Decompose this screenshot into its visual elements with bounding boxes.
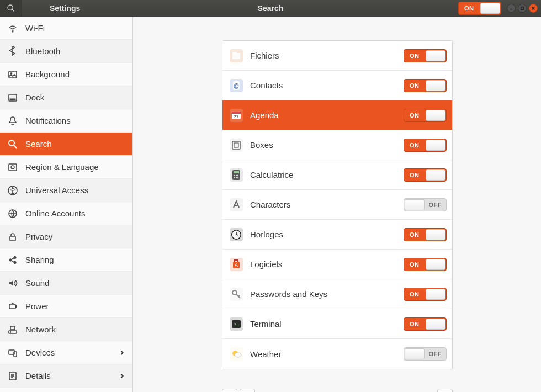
minimize-button[interactable] <box>507 4 516 13</box>
close-button[interactable] <box>529 4 538 13</box>
app-toggle[interactable]: ONOFF <box>404 228 447 241</box>
master-search-toggle[interactable]: ON OFF <box>458 2 501 15</box>
privacy-icon <box>8 232 18 242</box>
software-icon: A <box>229 257 243 272</box>
sidebar-item-online-accounts[interactable]: Online Accounts <box>0 202 132 225</box>
sidebar-item-devices[interactable]: Devices <box>0 341 132 364</box>
app-label: Logiciels <box>250 259 397 269</box>
move-down-button[interactable] <box>240 389 255 392</box>
search-source-row[interactable]: 27AgendaONOFF <box>222 100 452 130</box>
switch-knob <box>426 319 445 330</box>
titlebar: Settings Search ON OFF <box>0 0 541 17</box>
sidebar-item-label: Notifications <box>25 116 71 125</box>
switch-knob <box>480 3 500 14</box>
app-toggle[interactable]: ONOFF <box>404 288 447 301</box>
power-icon <box>8 301 18 311</box>
sidebar-item-bluetooth[interactable]: Bluetooth <box>0 40 132 63</box>
search-source-row[interactable]: ALogicielsONOFF <box>222 250 452 279</box>
svg-rect-21 <box>234 171 239 173</box>
sidebar-item-network[interactable]: Network <box>0 318 132 341</box>
sidebar-item-universal-access[interactable]: Universal Access <box>0 179 132 202</box>
sidebar-item-background[interactable]: Background <box>0 63 132 86</box>
app-label: Calculatrice <box>250 170 397 179</box>
search-source-row[interactable]: >_TerminalONOFF <box>222 309 452 339</box>
sidebar-item-power[interactable]: Power <box>0 295 132 318</box>
calendar-icon: 27 <box>229 108 243 123</box>
svg-point-44 <box>235 353 241 357</box>
sidebar-item-label: Universal Access <box>25 186 88 195</box>
app-toggle[interactable]: ONOFF <box>404 347 447 361</box>
svg-text:>_: >_ <box>234 321 240 326</box>
sidebar-item-label: Privacy <box>25 232 52 241</box>
sidebar-item-details[interactable]: Details <box>0 364 132 388</box>
sidebar-item-privacy[interactable]: Privacy <box>0 225 132 248</box>
list-order-controls <box>222 388 453 392</box>
search-sources-list: FichiersONOFF@ContactsONOFF27AgendaONOFF… <box>222 40 453 369</box>
universal-access-icon <box>8 186 18 195</box>
switch-knob <box>426 259 445 270</box>
search-source-row[interactable]: HorlogesONOFF <box>222 220 452 250</box>
sidebar-item-wi-fi[interactable]: Wi-Fi <box>0 17 132 40</box>
search-settings-main: FichiersONOFF@ContactsONOFF27AgendaONOFF… <box>133 17 541 392</box>
page-title: Search <box>258 4 284 13</box>
search-source-row[interactable]: CharactersONOFF <box>222 190 452 220</box>
settings-sidebar[interactable]: Wi-FiBluetoothBackgroundDockNotification… <box>0 17 133 392</box>
weather-icon <box>229 347 243 361</box>
svg-rect-16 <box>230 139 243 152</box>
svg-text:@: @ <box>234 83 239 89</box>
sidebar-item-label: Details <box>25 371 51 380</box>
search-source-row[interactable]: @ContactsONOFF <box>222 71 452 100</box>
region-language-icon <box>8 162 18 172</box>
app-toggle[interactable]: ONOFF <box>404 109 447 122</box>
online-accounts-icon <box>8 209 18 219</box>
sidebar-item-label: Wi-Fi <box>25 23 45 33</box>
search-source-row[interactable]: FichiersONOFF <box>222 41 452 71</box>
app-toggle[interactable]: ONOFF <box>404 258 447 271</box>
search-source-row[interactable]: BoxesONOFF <box>222 130 452 160</box>
app-toggle[interactable]: ONOFF <box>404 168 447 182</box>
sidebar-item-region-language[interactable]: Region & Language <box>0 156 132 179</box>
search-source-row[interactable]: WeatherONOFF <box>222 339 452 369</box>
app-toggle[interactable]: ONOFF <box>404 49 447 62</box>
boxes-icon <box>229 138 243 152</box>
sidebar-item-dock[interactable]: Dock <box>0 86 132 109</box>
passwords-keys-icon <box>229 287 243 301</box>
search-icon <box>7 4 15 13</box>
svg-text:A: A <box>235 262 238 268</box>
svg-point-22 <box>234 174 235 176</box>
svg-line-1 <box>12 9 14 11</box>
app-toggle[interactable]: ONOFF <box>404 139 447 152</box>
app-toggle[interactable]: ONOFF <box>404 317 447 331</box>
switch-knob <box>426 50 445 61</box>
maximize-button[interactable] <box>518 4 527 13</box>
move-up-button[interactable] <box>222 389 237 392</box>
search-icon <box>8 139 18 149</box>
search-source-row[interactable]: CalculatriceONOFF <box>222 160 452 190</box>
titlebar-search-button[interactable] <box>0 0 22 17</box>
app-toggle[interactable]: ONOFF <box>404 198 447 211</box>
window-controls <box>507 4 538 13</box>
app-label: Horloges <box>250 230 397 239</box>
calculator-icon <box>229 168 243 182</box>
svg-rect-14 <box>232 112 241 114</box>
sidebar-item-label: Devices <box>25 348 55 357</box>
app-label: Boxes <box>250 140 397 150</box>
app-toggle[interactable]: ONOFF <box>404 79 447 92</box>
switch-knob <box>426 110 445 121</box>
sidebar-item-sharing[interactable]: Sharing <box>0 248 132 272</box>
search-locations-button[interactable] <box>437 389 453 392</box>
switch-knob <box>426 80 445 91</box>
sidebar-item-label: Online Accounts <box>25 209 85 218</box>
app-label: Characters <box>250 200 397 209</box>
sidebar-item-search[interactable]: Search <box>0 133 132 156</box>
search-source-row[interactable]: Passwords and KeysONOFF <box>222 279 452 309</box>
app-label: Agenda <box>250 110 397 120</box>
sidebar-item-label: Dock <box>25 93 44 102</box>
sidebar-item-notifications[interactable]: Notifications <box>0 109 132 133</box>
clocks-icon <box>229 227 243 242</box>
characters-icon <box>229 198 243 212</box>
contacts-icon: @ <box>229 78 243 93</box>
sidebar-item-sound[interactable]: Sound <box>0 272 132 295</box>
svg-point-26 <box>236 177 237 178</box>
files-icon <box>229 49 243 63</box>
